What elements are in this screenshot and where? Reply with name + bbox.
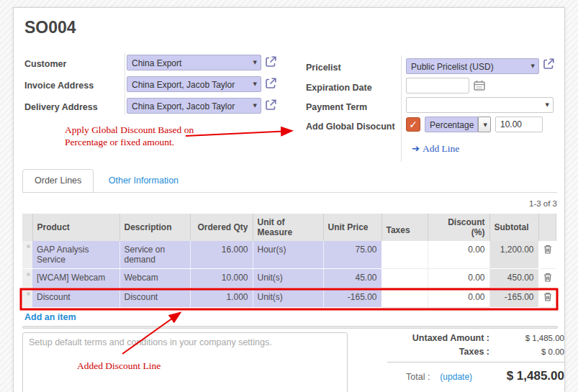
cell-subtotal: 450.00	[489, 269, 538, 288]
cell-description[interactable]: Webcam	[119, 269, 190, 288]
invoice-address-open-record-icon[interactable]	[265, 77, 277, 89]
cell-uom[interactable]: Unit(s)	[253, 269, 323, 288]
delivery-address-label: Delivery Address	[24, 102, 98, 112]
expiration-date-label: Expiration Date	[306, 83, 372, 93]
cell-taxes[interactable]	[381, 269, 428, 288]
tab-order-lines[interactable]: Order Lines	[22, 169, 94, 193]
drag-handle[interactable]	[22, 241, 32, 269]
discount-type-dropdown-button[interactable]: ▼	[478, 117, 491, 132]
annotation-global-discount-note: Apply Global Discount Based on Percentag…	[65, 124, 194, 148]
form-right-divider	[401, 55, 402, 162]
global-discount-checkbox[interactable]: ✓	[406, 117, 420, 132]
delivery-address-open-record-icon[interactable]	[265, 99, 277, 111]
invoice-address-select[interactable]: China Export, Jacob Taylor ▼	[127, 76, 261, 92]
discount-amount-input[interactable]	[495, 117, 543, 132]
customer-label: Customer	[24, 59, 66, 69]
notebook-tabs: Order Lines Other Information	[22, 169, 557, 193]
order-line-row-discount: Discount Discount 1.000 Unit(s) -165.00 …	[22, 288, 556, 308]
order-lines-table: Product Description Ordered Qty Unit of …	[22, 214, 556, 308]
update-total-link[interactable]: (update)	[440, 372, 472, 382]
global-discount-label: Add Global Disocunt	[306, 122, 395, 132]
col-product: Product	[32, 214, 119, 241]
cell-subtotal: -165.00	[489, 288, 538, 308]
pricelist-select[interactable]: Public Pricelist (USD) ▼	[406, 58, 539, 74]
col-description: Description	[119, 214, 190, 241]
table-header-row: Product Description Ordered Qty Unit of …	[22, 214, 556, 241]
add-an-item-link[interactable]: Add an item	[24, 312, 76, 322]
untaxed-amount-label: Untaxed Amount :	[412, 333, 489, 343]
taxes-value: $ 0.00	[489, 347, 564, 356]
untaxed-amount-value: $ 1,485.00	[489, 334, 564, 342]
taxes-label: Taxes :	[459, 347, 489, 357]
payment-term-select[interactable]: ▼	[406, 97, 554, 113]
chevron-down-icon: ▼	[546, 102, 549, 108]
cell-unit-price[interactable]: 45.00	[323, 269, 381, 288]
payment-term-label: Payment Term	[306, 102, 367, 112]
col-unit-price: Unit Price	[323, 214, 381, 241]
cell-unit-price[interactable]: 75.00	[323, 241, 381, 269]
chevron-down-icon: ▼	[253, 81, 257, 87]
calendar-icon[interactable]	[474, 80, 485, 91]
order-line-row: [WCAM] Webcam Webcam 10.000 Unit(s) 45.0…	[22, 269, 556, 288]
cell-discount[interactable]: 0.00	[428, 288, 489, 308]
cell-uom[interactable]: Unit(s)	[253, 288, 323, 308]
delivery-address-select[interactable]: China Export, Jacob Taylor ▼	[127, 98, 261, 114]
delete-row-button[interactable]	[538, 288, 556, 308]
cell-uom[interactable]: Hour(s)	[253, 241, 323, 269]
delete-row-button[interactable]	[538, 241, 556, 269]
totals-separator	[387, 362, 564, 363]
col-ordered-qty: Ordered Qty	[190, 214, 253, 241]
drag-handle-icon	[27, 245, 30, 248]
tab-other-information[interactable]: Other Information	[97, 170, 190, 191]
cell-discount[interactable]: 0.00	[428, 269, 489, 288]
cell-subtotal: 1,200.00	[489, 241, 538, 269]
total-value: $ 1,485.00	[472, 369, 564, 383]
delete-row-button[interactable]	[538, 269, 556, 288]
add-line-link[interactable]: ➔Add Line	[412, 143, 459, 155]
pager: 1-3 of 3	[529, 199, 557, 208]
customer-open-record-icon[interactable]	[265, 55, 277, 68]
cell-product[interactable]: GAP Analysis Service	[32, 241, 119, 269]
order-line-row: GAP Analysis Service Service on demand 1…	[22, 241, 556, 269]
drag-handle[interactable]	[22, 269, 32, 288]
cell-description[interactable]: Discount	[119, 288, 190, 308]
sale-order-form: SO004 Customer China Export ▼ Invoice Ad…	[13, 7, 565, 392]
expiration-date-input[interactable]	[406, 78, 469, 94]
arrow-right-icon: ➔	[412, 143, 420, 154]
pricelist-open-record-icon[interactable]	[543, 58, 555, 70]
cell-qty[interactable]: 1.000	[190, 288, 253, 308]
drag-handle-icon	[27, 273, 30, 276]
customer-select[interactable]: China Export ▼	[127, 55, 261, 70]
terms-and-conditions-textarea[interactable]	[22, 332, 348, 392]
total-label: Total :	[406, 372, 430, 382]
annotation-added-discount-line: Added Discount Line	[77, 360, 161, 372]
check-icon: ✓	[409, 119, 417, 130]
totals-panel: Untaxed Amount : $ 1,485.00 Taxes : $ 0.…	[387, 333, 564, 383]
section-divider	[22, 326, 558, 329]
cell-qty[interactable]: 16.000	[190, 241, 253, 269]
pricelist-label: Pricelist	[306, 63, 341, 73]
col-subtotal: Subtotal	[489, 214, 538, 241]
chevron-down-icon: ▼	[531, 63, 535, 69]
handle-column-header	[22, 214, 32, 241]
cell-discount[interactable]: 0.00	[428, 241, 489, 269]
cell-product[interactable]: Discount	[32, 288, 119, 308]
form-left-divider	[125, 53, 125, 115]
col-unit-of-measure: Unit of Measure	[253, 214, 323, 241]
drag-handle[interactable]	[22, 288, 32, 308]
cell-description[interactable]: Service on demand	[119, 241, 190, 269]
col-taxes: Taxes	[381, 214, 428, 241]
page-title: SO004	[24, 18, 76, 37]
invoice-address-label: Invoice Address	[24, 81, 94, 91]
cell-taxes[interactable]	[381, 241, 428, 269]
cell-taxes[interactable]	[381, 288, 428, 308]
delete-column-header	[538, 214, 556, 241]
discount-type-select[interactable]: Percentage	[425, 117, 478, 132]
cell-product[interactable]: [WCAM] Webcam	[32, 269, 119, 288]
cell-unit-price[interactable]: -165.00	[323, 288, 381, 308]
chevron-down-icon: ▼	[484, 122, 487, 128]
cell-qty[interactable]: 10.000	[190, 269, 253, 288]
chevron-down-icon: ▼	[253, 60, 257, 65]
drag-handle-icon	[27, 292, 30, 296]
col-discount: Discount (%)	[428, 214, 489, 241]
